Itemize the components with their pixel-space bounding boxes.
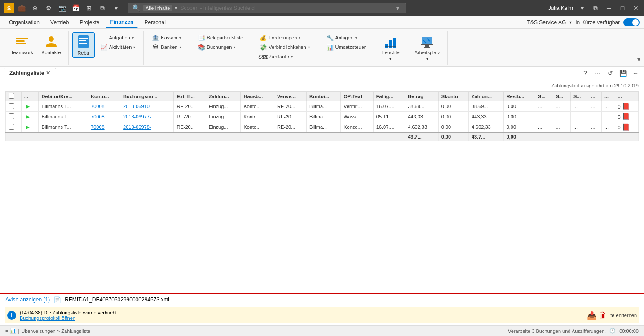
nav-item-organisation[interactable]: Organisation [4, 17, 44, 27]
nav-item-personal[interactable]: Personal [140, 17, 170, 27]
status-chart-icon[interactable]: 📊 [10, 328, 16, 334]
select-all-checkbox[interactable] [9, 93, 14, 99]
col-kontoi[interactable]: Kontoi... [307, 92, 341, 101]
buchungsprotokoll-link[interactable]: Buchungsprotokoll öffnen [20, 315, 75, 321]
delete-icon[interactable]: 🗑 [599, 310, 607, 320]
col-betrag[interactable]: Betrag [405, 92, 439, 101]
search-filter-label[interactable]: Alle Inhalte [143, 5, 172, 11]
close-icon[interactable]: ✕ [631, 4, 640, 13]
briefcase-icon[interactable]: 💼 [17, 4, 26, 13]
rebu-button[interactable]: Rebu [72, 32, 95, 58]
user-name[interactable]: Julia Kelm [548, 5, 573, 11]
camera-icon[interactable]: 📷 [57, 4, 66, 13]
row-checkbox[interactable] [9, 124, 14, 130]
zahllauefe-button[interactable]: $$$ Zahlläufe ▾ [257, 52, 312, 61]
row-checkbox[interactable] [9, 103, 14, 109]
col-s1[interactable]: S... [535, 92, 553, 101]
status-menu-icon[interactable]: ≡ [5, 328, 8, 334]
chevron-down-icon[interactable]: ▾ [111, 4, 120, 13]
col-debitor[interactable]: Debitor/Kre... [39, 92, 88, 101]
grid-icon[interactable]: ⊞ [84, 4, 93, 13]
kassen-button[interactable]: 🏦 Kassen ▾ [149, 33, 184, 42]
col-skonto[interactable]: Skonto [438, 92, 468, 101]
filter-icon[interactable]: ▾ [175, 5, 177, 11]
cell-checkbox[interactable] [6, 122, 22, 133]
ribbon-expand-icon[interactable]: ▾ [637, 56, 640, 63]
forderungen-button[interactable]: 💰 Forderungen ▾ [257, 33, 312, 42]
status-bar: ≡ 📊 | Überweisungen > Zahlungsliste Vera… [0, 325, 644, 336]
buchungen-button[interactable]: 📚 Buchungen ▾ [195, 43, 246, 52]
aktivitaeten-button[interactable]: 📈 Aktivitäten ▾ [97, 43, 138, 52]
back-button[interactable]: ← [631, 68, 640, 78]
minimize-icon[interactable]: ─ [604, 4, 613, 13]
berichte-button[interactable]: Berichte ▾ [378, 32, 403, 63]
calendar-icon[interactable]: 📅 [71, 4, 80, 13]
belegarbeitsliste-button[interactable]: 📑 Belegarbeitsliste [195, 33, 246, 42]
avise-anzeigen-link[interactable]: Avise anzeigen (1) [5, 297, 50, 303]
cell-buchung[interactable]: 2018-06977- [120, 112, 174, 122]
col-e3[interactable]: ... [615, 92, 638, 101]
verbindlichkeiten-button[interactable]: 💸 Verbindlichkeiten ▾ [257, 43, 312, 52]
cell-checkbox[interactable] [6, 112, 22, 122]
user-chevron-icon[interactable]: ▾ [578, 4, 587, 13]
col-verwe[interactable]: Verwe... [274, 92, 306, 101]
kassen-label: Kassen [161, 35, 177, 40]
col-zahlung[interactable]: Zahlun... [206, 92, 241, 101]
layers-icon[interactable]: ⧉ [98, 4, 107, 13]
nav-item-projekte[interactable]: Projekte [75, 17, 104, 27]
cell-icon: ▶ [21, 101, 39, 112]
col-s2[interactable]: S... [553, 92, 570, 101]
company-chevron-icon[interactable]: ▾ [569, 20, 572, 25]
teamwork-button[interactable]: Teamwork [7, 32, 37, 57]
row-checkbox[interactable] [9, 113, 14, 119]
umsatzsteuer-button[interactable]: 📊 Umsatzsteuer [324, 43, 369, 52]
aufgaben-button[interactable]: ≡ Aufgaben ▾ [97, 33, 138, 42]
search-icon: 🔍 [132, 4, 141, 13]
cell-buchung[interactable]: 2018-06910- [120, 101, 174, 112]
save-button[interactable]: 💾 [618, 68, 628, 78]
cell-hausb: Konto... [241, 101, 274, 112]
col-buchung[interactable]: Buchungsnu... [120, 92, 174, 101]
col-zahlun[interactable]: Zahlun... [468, 92, 503, 101]
cell-checkbox[interactable] [6, 101, 22, 112]
belegarbeitsliste-icon: 📑 [198, 34, 205, 41]
col-op-text[interactable]: OP-Text [341, 92, 374, 101]
col-e1[interactable]: ... [588, 92, 602, 101]
refresh-button[interactable]: ↺ [605, 68, 615, 78]
search-dropdown-icon[interactable]: ▾ [393, 4, 402, 13]
nav-item-vertrieb[interactable]: Vertrieb [46, 17, 73, 27]
svg-rect-6 [79, 40, 86, 41]
col-dots[interactable]: ... [21, 92, 39, 101]
cell-buchung[interactable]: 2018-06978- [120, 122, 174, 133]
remove-link[interactable]: te entfernen [610, 313, 637, 318]
arbeitsplatz-button[interactable]: Arbeitsplatz ▾ [411, 32, 444, 63]
settings-icon[interactable]: ⚙ [44, 4, 53, 13]
col-checkbox[interactable] [6, 92, 22, 101]
plus-circle-icon[interactable]: ⊕ [31, 4, 40, 13]
col-ext[interactable]: Ext. B... [174, 92, 206, 101]
status-toggle[interactable] [623, 18, 640, 26]
col-restb[interactable]: Restb... [503, 92, 535, 101]
more-button[interactable]: ··· [593, 68, 603, 78]
cell-konto[interactable]: 70008 [88, 101, 120, 112]
tab-close-icon[interactable]: ✕ [46, 70, 50, 76]
col-hausb[interactable]: Hausb... [241, 92, 274, 101]
cell-konto[interactable]: 70008 [88, 112, 120, 122]
anlagen-button[interactable]: 🔧 Anlagen ▾ [324, 33, 369, 42]
tab-zahlungsliste[interactable]: Zahlungsliste ✕ [4, 68, 56, 78]
window-icon[interactable]: ⧉ [591, 4, 600, 13]
maximize-icon[interactable]: □ [618, 4, 627, 13]
banken-button[interactable]: 🏛 Banken ▾ [149, 43, 184, 52]
cell-zahlung: Einzug... [206, 112, 241, 122]
col-e2[interactable]: ... [601, 92, 615, 101]
col-fallig[interactable]: Fällig... [373, 92, 405, 101]
col-konto[interactable]: Konto... [88, 92, 120, 101]
ribbon-section-anlagen: 🔧 Anlagen ▾ 📊 Umsatzsteuer [318, 31, 375, 65]
kontakte-button[interactable]: Kontakte [38, 32, 64, 57]
cell-konto[interactable]: 70008 [88, 122, 120, 133]
search-input[interactable] [180, 5, 390, 11]
upload-icon[interactable]: 📤 [587, 310, 597, 320]
help-button[interactable]: ? [580, 68, 590, 78]
nav-item-finanzen[interactable]: Finanzen [106, 17, 138, 28]
col-s3[interactable]: S... [570, 92, 588, 101]
